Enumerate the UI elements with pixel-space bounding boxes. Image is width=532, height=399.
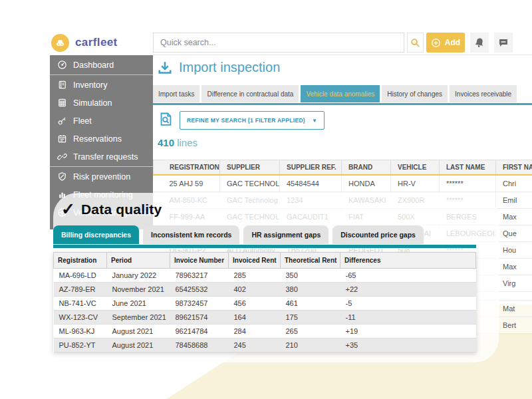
tab-inconsistent-km-records[interactable]: Inconsistent km records (143, 225, 239, 244)
refine-search-label: REFINE MY SEARCH (1 FILTER APPLIED) (187, 117, 305, 124)
table-cell: 265 (281, 325, 340, 338)
search-icon (410, 38, 420, 48)
table-cell: ML-963-KJ (54, 325, 107, 338)
calculator-icon (57, 98, 67, 108)
table-cell: 245 (229, 338, 281, 352)
chevron-down-icon: ▼ (312, 118, 317, 124)
sidebar-item-label: Fleet (73, 116, 92, 126)
table-cell: August 2021 (107, 338, 170, 352)
column-header-theoretical-rent[interactable]: Theoretical Rent (281, 253, 340, 269)
tab-hr-assignment-gaps[interactable]: HR assignment gaps (243, 225, 329, 244)
column-header-first-name[interactable]: FIRST NAME (496, 160, 532, 176)
table-cell: Hou (496, 242, 532, 259)
table-row[interactable]: WX-123-CVSeptember 202189621574164175-11 (54, 311, 476, 325)
search-button[interactable] (407, 33, 424, 53)
table-cell: 25 AHJ 59 (154, 175, 220, 192)
sidebar-item-reservations[interactable]: Reservations (50, 130, 153, 148)
sidebar-item-label: Dashboard (73, 61, 114, 70)
column-header-registration[interactable]: Registration (54, 253, 107, 269)
add-button[interactable]: Add (426, 33, 465, 53)
page: carfleet Add Dashboard Inventory Simulat… (0, 0, 532, 399)
tab-import-tasks[interactable]: Import tasks (153, 85, 200, 102)
column-header-invoice-number[interactable]: Invoice Number (170, 253, 229, 269)
table-cell: 402 (229, 283, 281, 297)
table-row[interactable]: PU-852-YTAugust 202178458688245210+35 (54, 338, 476, 352)
table-row[interactable]: AZ-789-ERNovember 202165425532402380+22 (54, 283, 476, 297)
sidebar-item-transfer-requests[interactable]: Transfer requests (50, 148, 153, 166)
table-cell: GAC TECHNOLC (220, 175, 280, 192)
calendar-icon (57, 134, 67, 144)
tab-difference-contractual-data[interactable]: Difference in contractual data (201, 85, 299, 102)
table-cell: NB-741-VC (54, 297, 107, 311)
column-header-vehicle[interactable]: VEHICLE (391, 160, 440, 176)
sidebar-item-label: Simulation (73, 98, 112, 108)
table-row[interactable]: NB-741-VCJune 202198732457456461-5 (54, 297, 476, 311)
table-cell: 350 (281, 269, 340, 283)
table-cell: 210 (281, 338, 340, 352)
lines-count: 410 lines (158, 137, 198, 148)
messages-button[interactable] (494, 33, 513, 53)
sidebar-item-label: Transfer requests (73, 152, 138, 162)
table-cell: August 2021 (107, 325, 170, 338)
refine-search-button[interactable]: REFINE MY SEARCH (1 FILTER APPLIED) ▼ (180, 111, 325, 130)
column-header-last-name[interactable]: LAST NAME (440, 160, 496, 176)
plus-circle-icon (431, 38, 441, 48)
table-header-row: Registration Period Invoice Number Invoi… (54, 253, 476, 269)
shield-icon (57, 172, 67, 182)
column-header-invoiced-rent[interactable]: Invoiced Rent (229, 253, 281, 269)
billing-discrepancies-table: Registration Period Invoice Number Invoi… (53, 252, 476, 352)
tab-discounted-price-gaps[interactable]: Discounted price gaps (332, 225, 424, 244)
table-cell: January 2022 (107, 269, 170, 283)
column-header-differences[interactable]: Differences (340, 253, 476, 269)
table-row[interactable]: 25 AHJ 59GAC TECHNOLC45484544HONDAHR-V**… (154, 175, 532, 192)
chat-icon (498, 37, 509, 48)
tab-history-of-changes[interactable]: History of changes (382, 85, 448, 102)
table-cell: Virg (496, 275, 532, 292)
table-cell: +22 (340, 283, 476, 297)
table-row[interactable]: MA-696-LDJanuary 202278963217285350-65 (54, 269, 476, 283)
bell-icon (473, 37, 486, 49)
search-input[interactable] (153, 33, 404, 53)
table-cell: AZ-789-ER (54, 283, 107, 297)
sidebar-item-dashboard[interactable]: Dashboard (50, 56, 153, 74)
link-icon (57, 152, 67, 162)
popup-tabs-underline (53, 245, 476, 248)
topbar-divider (153, 55, 532, 55)
tabs-underline (153, 103, 532, 105)
column-header-brand[interactable]: BRAND (342, 160, 391, 176)
column-header-supplier-ref[interactable]: SUPPLIER REF. (280, 160, 342, 176)
logo-text: carfleet (75, 36, 118, 49)
table-cell: Max (496, 209, 532, 225)
column-header-period[interactable]: Period (107, 253, 170, 269)
table-cell: June 2021 (107, 297, 170, 311)
table-cell: Bert (496, 317, 532, 334)
table-cell: Max (496, 259, 532, 275)
sidebar-item-inventory[interactable]: Inventory (50, 76, 153, 94)
table-cell: 285 (229, 269, 281, 283)
notifications-button[interactable] (470, 33, 489, 53)
tab-vehicle-data-anomalies[interactable]: Vehicle data anomalies (301, 85, 380, 102)
key-icon (57, 116, 67, 126)
table-row[interactable]: ML-963-KJAugust 202196214784284265+19 (54, 325, 476, 338)
sidebar-item-label: Reservations (73, 134, 122, 144)
logo[interactable]: carfleet (50, 30, 153, 55)
table-cell: 45484544 (280, 175, 342, 192)
sidebar-item-risk-prevention[interactable]: Risk prevention (50, 168, 153, 186)
column-header-supplier[interactable]: SUPPLIER (220, 160, 280, 176)
table-cell: 78458688 (170, 338, 229, 352)
table-cell: 175 (281, 311, 340, 325)
sidebar-item-simulation[interactable]: Simulation (50, 94, 153, 112)
tab-billing-discrepancies[interactable]: Billing discrepancies (53, 225, 139, 244)
popup-title: Data quality (81, 201, 162, 217)
column-header-registration[interactable]: REGISTRATION (154, 160, 220, 176)
sidebar-item-fleet[interactable]: Fleet (50, 112, 153, 130)
table-cell: ****** (440, 175, 496, 192)
tab-invoices-receivable[interactable]: Invoices receivable (450, 85, 517, 102)
checkmark-icon: ✓ (61, 200, 75, 219)
add-button-label: Add (445, 38, 460, 47)
page-title: Import inspection (179, 60, 280, 75)
sidebar-item-label: Inventory (73, 80, 107, 90)
table-cell: November 2021 (107, 283, 170, 297)
table-cell: Chri (496, 175, 532, 192)
gauge-icon (57, 60, 67, 70)
